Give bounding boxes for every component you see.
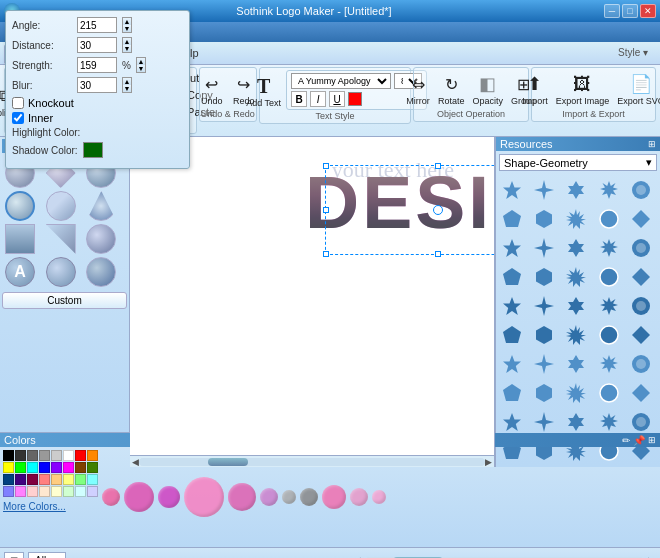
selection-box[interactable] <box>325 165 495 255</box>
blur-up[interactable]: ▲ <box>123 78 131 85</box>
color-swatch[interactable] <box>51 450 62 461</box>
handle-bot-mid[interactable] <box>435 251 441 257</box>
color-swatch[interactable] <box>63 474 74 485</box>
color-swatch[interactable] <box>63 450 74 461</box>
shape-item[interactable] <box>563 322 589 348</box>
scroll-left-btn[interactable]: ◀ <box>132 457 139 467</box>
effect-letter-btn[interactable]: A <box>5 257 35 287</box>
shape-item[interactable] <box>628 293 654 319</box>
color-swatch[interactable] <box>15 450 26 461</box>
minimize-button[interactable]: ─ <box>604 4 620 18</box>
inner-checkbox[interactable] <box>12 112 24 124</box>
shape-item[interactable] <box>531 235 557 261</box>
more-colors-button[interactable]: More Colors... <box>3 501 98 512</box>
preview-circle[interactable] <box>372 490 386 504</box>
color-swatch[interactable] <box>87 462 98 473</box>
color-swatch[interactable] <box>75 486 86 497</box>
canvas-area[interactable]: your text here DESIGN DESIGN <box>130 137 495 467</box>
effect-btn-6[interactable] <box>86 191 116 221</box>
color-swatch[interactable] <box>75 474 86 485</box>
handle-center[interactable] <box>433 205 443 215</box>
shape-item[interactable] <box>628 351 654 377</box>
shape-item[interactable] <box>499 409 525 435</box>
category-select[interactable]: All <box>28 552 66 559</box>
scroll-right-btn[interactable]: ▶ <box>485 457 492 467</box>
shape-item[interactable] <box>628 177 654 203</box>
shape-item[interactable] <box>596 322 622 348</box>
strength-up[interactable]: ▲ <box>137 58 145 65</box>
color-swatch[interactable] <box>39 486 50 497</box>
shape-item[interactable] <box>628 235 654 261</box>
shape-item[interactable] <box>563 380 589 406</box>
preview-circle[interactable] <box>282 490 296 504</box>
preview-circle[interactable] <box>300 488 318 506</box>
shape-item[interactable] <box>531 409 557 435</box>
preview-circle[interactable] <box>350 488 368 506</box>
export-svg-button[interactable]: 📄 Export SVG <box>614 70 660 108</box>
effect-btn-7[interactable] <box>5 224 35 254</box>
color-swatch[interactable] <box>87 486 98 497</box>
preview-circle[interactable] <box>260 488 278 506</box>
distance-up[interactable]: ▲ <box>123 38 131 45</box>
shape-item[interactable] <box>628 380 654 406</box>
bold-button[interactable]: B <box>291 91 307 107</box>
shape-item[interactable] <box>628 409 654 435</box>
colors-pin-icon[interactable]: 📌 <box>633 435 645 446</box>
shape-item[interactable] <box>531 293 557 319</box>
shape-item[interactable] <box>499 380 525 406</box>
color-swatch[interactable] <box>3 450 14 461</box>
shape-item[interactable] <box>499 322 525 348</box>
color-swatch[interactable] <box>15 462 26 473</box>
knockout-checkbox[interactable] <box>12 97 24 109</box>
preview-circle[interactable] <box>102 488 120 506</box>
effect-btn-5[interactable] <box>46 191 76 221</box>
shape-item[interactable] <box>531 380 557 406</box>
blur-input[interactable] <box>77 77 117 93</box>
shape-item[interactable] <box>563 409 589 435</box>
shape-item[interactable] <box>596 409 622 435</box>
shape-item[interactable] <box>596 351 622 377</box>
color-swatch[interactable] <box>3 486 14 497</box>
color-swatch[interactable] <box>87 474 98 485</box>
color-swatch[interactable] <box>75 462 86 473</box>
italic-button[interactable]: I <box>310 91 326 107</box>
blur-spinner[interactable]: ▲▼ <box>122 77 132 93</box>
distance-down[interactable]: ▼ <box>123 45 131 52</box>
color-swatch[interactable] <box>87 450 98 461</box>
handle-mid-left[interactable] <box>323 207 329 213</box>
preview-circle[interactable] <box>322 485 346 509</box>
shape-item[interactable] <box>628 322 654 348</box>
distance-spinner[interactable]: ▲▼ <box>122 37 132 53</box>
shape-item[interactable] <box>531 177 557 203</box>
undo-button[interactable]: ↩ Undo <box>197 70 227 108</box>
underline-button[interactable]: U <box>329 91 345 107</box>
shape-item[interactable] <box>531 351 557 377</box>
color-swatch[interactable] <box>51 462 62 473</box>
angle-input[interactable] <box>77 17 117 33</box>
add-text-button[interactable]: T Add Text <box>243 72 284 110</box>
shape-item[interactable] <box>563 177 589 203</box>
shape-item[interactable] <box>499 351 525 377</box>
shape-item[interactable] <box>499 206 525 232</box>
color-swatch[interactable] <box>27 486 38 497</box>
colors-pin2-icon[interactable]: ⊞ <box>648 435 656 445</box>
rotate-button[interactable]: ↻ Rotate <box>435 70 468 108</box>
shadow-color-swatch[interactable] <box>83 142 103 158</box>
effect-btn-9[interactable] <box>86 224 116 254</box>
custom-button[interactable]: Custom <box>2 292 127 309</box>
preview-circle[interactable] <box>158 486 180 508</box>
color-swatch[interactable] <box>27 474 38 485</box>
text-color-box[interactable] <box>348 92 362 106</box>
shape-item[interactable] <box>531 206 557 232</box>
opacity-button[interactable]: ◧ Opacity <box>470 70 507 108</box>
shape-item[interactable] <box>596 177 622 203</box>
shape-item[interactable] <box>596 206 622 232</box>
handle-bot-left[interactable] <box>323 251 329 257</box>
shape-item[interactable] <box>563 264 589 290</box>
color-swatch[interactable] <box>51 486 62 497</box>
handle-top-mid[interactable] <box>435 163 441 169</box>
color-swatch[interactable] <box>27 450 38 461</box>
color-swatch[interactable] <box>75 450 86 461</box>
shape-item[interactable] <box>596 380 622 406</box>
color-swatch[interactable] <box>39 474 50 485</box>
